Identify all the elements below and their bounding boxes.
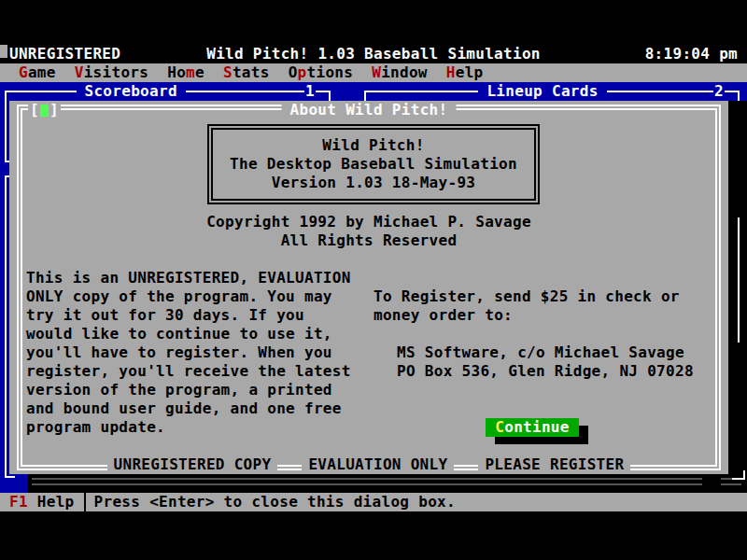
status-bar: F1 Help Press <Enter> to close this dial… (0, 493, 747, 511)
window-border-fragment (5, 175, 7, 478)
menu-bar: Game Visitors Home Stats Options Window … (0, 63, 747, 82)
status-unregistered-copy: UNREGISTERED COPY (107, 455, 278, 474)
window-border-fragment (738, 217, 740, 343)
menu-help[interactable]: Help (437, 63, 493, 82)
about-dialog: [] About Wild Pitch! Wild Pitch! The Des… (9, 101, 728, 474)
menu-stats[interactable]: Stats (214, 63, 279, 82)
window-lineup-number: 2 (713, 82, 725, 101)
help-hotkey[interactable]: F1 Help (0, 493, 75, 511)
window-scoreboard-titlebar[interactable]: Scoreboard 1 (5, 82, 331, 101)
window-lineup-titlebar[interactable]: Lineup Cards 2 (364, 82, 740, 101)
menu-window[interactable]: Window (362, 63, 437, 82)
window-border-fragment (5, 99, 7, 162)
window-border-fragment (5, 476, 15, 478)
window-border-fragment (743, 470, 745, 480)
status-divider (84, 493, 86, 511)
close-icon (40, 105, 49, 117)
status-please-register: PLEASE REGISTER (478, 455, 630, 474)
status-message: Press <Enter> to close this dialog box. (94, 493, 456, 511)
close-button[interactable]: [] (28, 101, 61, 119)
frame-corner (732, 91, 740, 101)
frame-corner (364, 91, 372, 101)
menu-game[interactable]: Game (9, 63, 65, 82)
frame-corner (323, 91, 331, 101)
dos-screen: UNREGISTERED Wild Pitch! 1.03 Baseball S… (0, 45, 747, 511)
dialog-title: About Wild Pitch! (282, 101, 457, 119)
desktop: Scoreboard 1 Lineup Cards 2 (0, 82, 747, 511)
menu-visitors[interactable]: Visitors (65, 63, 158, 82)
menu-options[interactable]: Options (279, 63, 363, 82)
shadowed-border-fragment (32, 478, 702, 485)
window-scoreboard-title: Scoreboard (77, 82, 186, 101)
dialog-frame (17, 105, 721, 470)
window-lineup-title: Lineup Cards (478, 82, 606, 101)
menu-home[interactable]: Home (158, 63, 214, 82)
status-evaluation-only: EVALUATION ONLY (302, 455, 454, 474)
clock: 8:19:04 pm (645, 45, 738, 63)
window-scoreboard-number: 1 (304, 82, 316, 101)
dialog-bottom-status: UNREGISTERED COPY EVALUATION ONLY PLEASE… (9, 455, 728, 474)
app-title: Wild Pitch! 1.03 Baseball Simulation (0, 45, 747, 63)
app-title-bar: UNREGISTERED Wild Pitch! 1.03 Baseball S… (0, 45, 747, 63)
